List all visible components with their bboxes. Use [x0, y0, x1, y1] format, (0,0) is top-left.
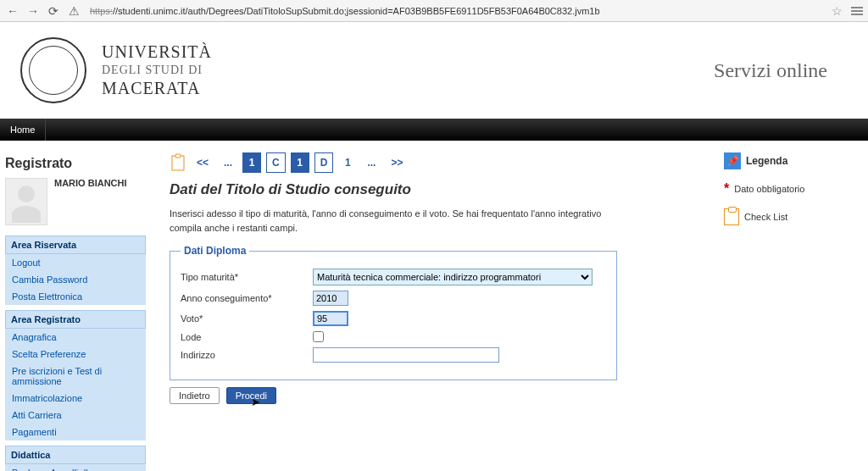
sidebar: Registrato MARIO BIANCHI Area Riservata … — [0, 149, 146, 471]
wizard-steps: << ... 1 C 1 D 1 ... >> — [170, 152, 698, 173]
clipboard-icon — [170, 153, 186, 172]
uni-line1: UNIVERSITÀ — [102, 42, 212, 62]
page-intro: Inserisci adesso il tipo di maturità, l'… — [170, 207, 610, 235]
voto-input[interactable] — [313, 311, 348, 326]
step-prev[interactable]: << — [192, 152, 214, 173]
legend-required: * Dato obbligatorio — [724, 181, 868, 197]
uni-line3: MACERATA — [102, 79, 212, 98]
checklist-icon — [724, 208, 739, 225]
legend-checklist: Check List — [724, 208, 868, 225]
label-tipo: Tipo maturità* — [181, 272, 313, 282]
forward-nav-icon[interactable]: → — [25, 3, 41, 19]
sidebar-item-atti[interactable]: Atti Carriera — [5, 407, 146, 424]
anno-input[interactable] — [313, 291, 348, 306]
user-block: MARIO BIANCHI — [5, 178, 146, 225]
lode-checkbox[interactable] — [313, 331, 324, 342]
ssl-warning-icon: ⚠ — [66, 3, 81, 19]
step-D[interactable]: D — [314, 152, 334, 173]
legend-required-text: Dato obbligatorio — [734, 184, 804, 194]
legend-panel: 📌 Legenda * Dato obbligatorio Check List — [715, 149, 868, 471]
user-name: MARIO BIANCHI — [54, 178, 127, 225]
indirizzo-input[interactable] — [313, 347, 499, 363]
address-bar[interactable]: https://studenti.unimc.it/auth/Degrees/D… — [86, 6, 826, 16]
required-star-icon: * — [724, 181, 729, 197]
step-1c[interactable]: 1 — [338, 152, 357, 173]
legend-title: 📌 Legenda — [724, 152, 868, 169]
sidebar-item-preiscrizioni[interactable]: Pre iscrizioni e Test di ammissione — [5, 363, 146, 390]
uni-line2: DEGLI STUDI DI — [102, 64, 212, 77]
bookmark-star-icon[interactable]: ☆ — [832, 4, 843, 18]
legend-checklist-text: Check List — [744, 212, 787, 222]
tipo-maturita-select[interactable]: Maturità tecnica commerciale: indirizzo … — [313, 269, 593, 285]
diploma-fieldset: Dati Diploma Tipo maturità* Maturità tec… — [170, 245, 617, 380]
university-title: UNIVERSITÀ DEGLI STUDI DI MACERATA — [102, 42, 212, 98]
page-title: Dati del Titolo di Studio conseguito — [170, 181, 698, 198]
sidebar-section-riservata[interactable]: Area Riservata — [5, 236, 146, 254]
step-next[interactable]: >> — [386, 152, 408, 173]
top-navbar: Home — [0, 119, 868, 141]
cursor-icon: ➤ — [251, 396, 260, 408]
step-1b[interactable]: 1 — [291, 152, 309, 173]
fieldset-legend: Dati Diploma — [181, 245, 249, 257]
sidebar-item-logout[interactable]: Logout — [5, 254, 146, 271]
step-dots2: ... — [362, 152, 381, 173]
label-indirizzo: Indirizzo — [181, 350, 313, 360]
sidebar-item-pagamenti[interactable]: Pagamenti — [5, 424, 146, 441]
nav-home[interactable]: Home — [0, 119, 46, 141]
label-voto: Voto* — [181, 313, 313, 324]
back-nav-icon[interactable]: ← — [5, 3, 20, 19]
step-dots1: ... — [219, 152, 237, 173]
label-lode: Lode — [181, 332, 313, 342]
hamburger-icon[interactable] — [851, 7, 863, 15]
sidebar-item-posta[interactable]: Posta Elettronica — [5, 288, 146, 305]
avatar-icon — [5, 178, 47, 225]
sidebar-item-bacheca[interactable]: Bacheca Appelli d'esame — [5, 464, 146, 471]
sidebar-title: Registrato — [5, 156, 146, 171]
main-content: << ... 1 C 1 D 1 ... >> Dati del Titolo … — [146, 149, 715, 471]
university-seal-icon — [20, 37, 86, 103]
sidebar-item-immatricolazione[interactable]: Immatricolazione — [5, 390, 146, 407]
url-rest: //studenti.unimc.it/auth/Degrees/DatiTit… — [113, 6, 600, 16]
sidebar-section-registrato[interactable]: Area Registrato — [5, 310, 146, 329]
sidebar-item-anagrafica[interactable]: Anagrafica — [5, 329, 146, 346]
sidebar-item-cambia-password[interactable]: Cambia Password — [5, 271, 146, 288]
indietro-button[interactable]: Indietro — [170, 387, 220, 404]
pin-icon: 📌 — [724, 152, 741, 169]
svg-rect-0 — [172, 156, 184, 170]
site-header: UNIVERSITÀ DEGLI STUDI DI MACERATA Servi… — [0, 22, 868, 119]
step-1a[interactable]: 1 — [242, 152, 261, 173]
browser-toolbar: ← → ⟳ ⚠ https://studenti.unimc.it/auth/D… — [0, 0, 868, 22]
sidebar-item-preferenze[interactable]: Scelta Preferenze — [5, 346, 146, 363]
sidebar-section-didattica[interactable]: Didattica — [5, 446, 146, 464]
reload-icon[interactable]: ⟳ — [46, 3, 61, 19]
label-anno: Anno conseguimento* — [181, 293, 313, 303]
svg-rect-1 — [175, 154, 181, 158]
step-C[interactable]: C — [266, 152, 286, 173]
servizi-online-label: Servizi online — [714, 59, 827, 82]
url-scheme: https: — [90, 6, 113, 16]
legend-title-text: Legenda — [746, 155, 787, 167]
procedi-button[interactable]: Procedi ➤ — [226, 387, 276, 404]
